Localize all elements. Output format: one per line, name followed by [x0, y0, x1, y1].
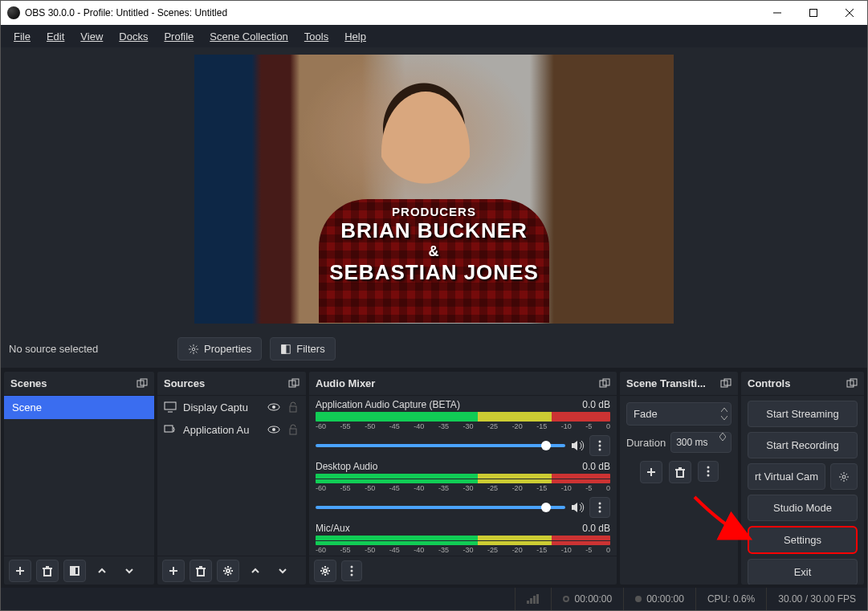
minimize-button[interactable]: [759, 1, 795, 25]
svg-point-53: [707, 470, 709, 473]
scene-filter-button[interactable]: [63, 560, 86, 582]
db-ticks: -60-55-50-45-40-35-30-25-20-15-10-50: [316, 546, 610, 554]
duration-input[interactable]: 300 ms: [670, 432, 731, 453]
popout-icon[interactable]: [846, 378, 858, 389]
popout-icon[interactable]: [288, 378, 300, 389]
add-transition-button[interactable]: [640, 461, 662, 483]
menu-edit[interactable]: Edit: [39, 28, 72, 45]
svg-rect-18: [165, 402, 176, 409]
channel-menu-button[interactable]: [589, 435, 610, 456]
close-button[interactable]: [831, 1, 867, 25]
display-icon: [164, 401, 177, 413]
svg-point-54: [707, 475, 709, 477]
updown-icon[interactable]: [718, 406, 731, 422]
scenes-dock: Scenes Scene: [4, 372, 154, 585]
delete-transition-button[interactable]: [669, 461, 691, 483]
svg-rect-11: [44, 568, 51, 576]
start-streaming-button[interactable]: Start Streaming: [748, 401, 858, 427]
exit-button[interactable]: Exit: [748, 559, 858, 585]
popout-icon[interactable]: [137, 378, 148, 389]
add-source-button[interactable]: [162, 560, 185, 582]
svg-rect-29: [198, 568, 204, 576]
filters-button[interactable]: Filters: [270, 337, 335, 360]
audio-mixer-dock: Audio Mixer Application Audio Capture (B…: [309, 372, 617, 585]
duration-label: Duration: [626, 437, 666, 449]
scenes-title: Scenes: [10, 377, 47, 389]
menu-help[interactable]: Help: [336, 28, 374, 45]
scene-transitions-dock: Scene Transiti... Fade Duration 300 ms: [620, 372, 738, 585]
popout-icon[interactable]: [599, 378, 610, 389]
source-down-button[interactable]: [271, 560, 294, 582]
scene-item[interactable]: Scene: [4, 396, 154, 419]
signal-icon: [527, 594, 540, 604]
video-credits-overlay: PRODUCERS BRIAN BUCKNER & SEBASTIAN JONE…: [194, 205, 674, 285]
mixer-menu-button[interactable]: [341, 560, 362, 581]
svg-point-43: [351, 569, 353, 572]
menu-docks[interactable]: Docks: [111, 28, 156, 45]
gear-icon: [838, 471, 850, 483]
settings-button[interactable]: Settings: [748, 526, 858, 554]
scene-up-button[interactable]: [91, 560, 113, 582]
mixer-settings-button[interactable]: [314, 560, 336, 582]
svg-point-37: [599, 449, 601, 451]
lock-icon[interactable]: [287, 401, 300, 413]
menu-scene-collection[interactable]: Scene Collection: [202, 28, 296, 45]
controls-dock: Controls Start Streaming Start Recording…: [741, 372, 864, 585]
stream-dot-icon: [563, 596, 569, 602]
rec-dot-icon: [635, 596, 642, 602]
lock-icon[interactable]: [287, 423, 300, 436]
maximize-button[interactable]: [795, 1, 831, 25]
mixer-channel: Desktop Audio0.0 dB -60-55-50-45-40-35-3…: [309, 458, 617, 518]
svg-point-32: [226, 569, 230, 572]
delete-scene-button[interactable]: [36, 560, 59, 582]
channel-db: 0.0 dB: [582, 399, 610, 410]
svg-point-52: [707, 466, 709, 469]
menu-file[interactable]: File: [6, 28, 39, 45]
visibility-toggle-icon[interactable]: [267, 401, 280, 413]
start-recording-button[interactable]: Start Recording: [748, 432, 858, 458]
svg-point-44: [351, 573, 353, 576]
volume-slider[interactable]: [316, 444, 565, 447]
titlebar: OBS 30.0.0 - Profile: Untitled - Scenes:…: [1, 1, 867, 25]
svg-rect-49: [677, 470, 683, 477]
delete-source-button[interactable]: [189, 560, 212, 582]
virtual-cam-settings-button[interactable]: [830, 463, 858, 490]
channel-db: 0.0 dB: [582, 523, 610, 534]
svg-point-35: [599, 441, 601, 443]
svg-point-21: [272, 405, 275, 409]
audio-meter: [316, 412, 610, 422]
audio-meter: [316, 474, 610, 483]
start-virtual-cam-button[interactable]: rt Virtual Cam: [748, 463, 825, 490]
rec-time: 00:00:00: [623, 588, 695, 610]
source-item-application-audio[interactable]: Application Au: [157, 418, 306, 441]
menu-view[interactable]: View: [72, 28, 111, 45]
svg-point-25: [272, 428, 275, 431]
preview-canvas[interactable]: PRODUCERS BRIAN BUCKNER & SEBASTIAN JONE…: [194, 55, 674, 324]
properties-button[interactable]: Properties: [177, 337, 262, 360]
source-toolbar: No source selected Properties Filters: [1, 330, 867, 369]
studio-mode-button[interactable]: Studio Mode: [748, 495, 858, 521]
audio-meter: [316, 536, 610, 545]
svg-rect-58: [527, 601, 529, 604]
transition-menu-button[interactable]: [698, 461, 719, 482]
source-properties-button[interactable]: [217, 560, 239, 582]
speaker-icon[interactable]: [570, 500, 585, 515]
source-up-button[interactable]: [244, 560, 267, 582]
channel-menu-button[interactable]: [589, 497, 610, 518]
channel-name: Application Audio Capture (BETA): [316, 399, 460, 410]
sources-title: Sources: [164, 377, 205, 389]
transition-select[interactable]: Fade: [626, 402, 731, 426]
menu-tools[interactable]: Tools: [296, 28, 336, 45]
source-item-display-capture[interactable]: Display Captu: [157, 396, 306, 418]
channel-name: Mic/Aux: [316, 523, 350, 534]
svg-rect-61: [536, 594, 539, 604]
popout-icon[interactable]: [720, 378, 731, 389]
mixer-channel: Mic/Aux0.0 dB -60-55-50-45-40-35-30-25-2…: [309, 519, 617, 554]
add-scene-button[interactable]: [9, 560, 31, 582]
volume-slider[interactable]: [316, 506, 565, 509]
speaker-icon[interactable]: [570, 438, 585, 453]
visibility-toggle-icon[interactable]: [267, 423, 280, 436]
menu-profile[interactable]: Profile: [156, 28, 202, 45]
scene-down-button[interactable]: [118, 560, 141, 582]
svg-rect-22: [290, 406, 296, 412]
